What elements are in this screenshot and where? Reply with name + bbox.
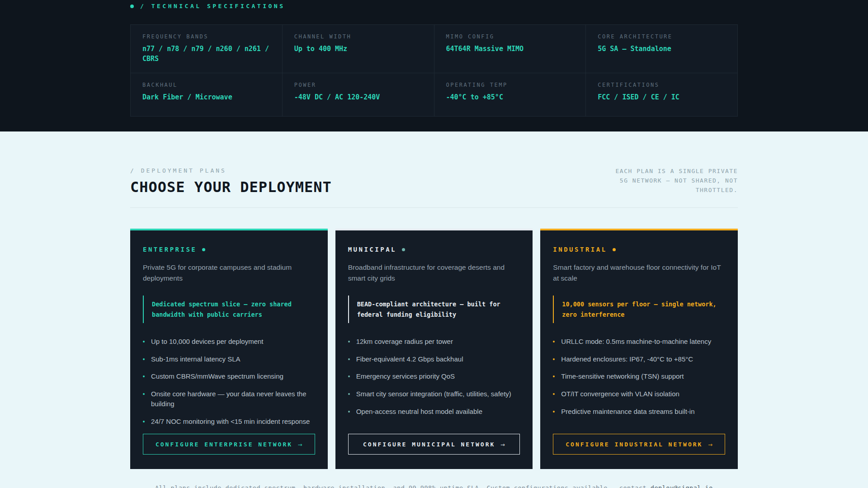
plans-eyebrow-label: / DEPLOYMENT PLANS xyxy=(130,167,332,174)
spec-cell-frequency-bands: FREQUENCY BANDS n77 / n78 / n79 / n260 /… xyxy=(131,25,283,73)
list-item: URLLC mode: 0.5ms machine-to-machine lat… xyxy=(553,337,725,347)
bullet-icon xyxy=(143,341,145,343)
list-item: Predictive maintenance data streams buil… xyxy=(553,407,725,417)
configure-municipal-network-button[interactable]: CONFIGURE MUNICIPAL NETWORK → xyxy=(348,434,520,455)
plan-description: Private 5G for corporate campuses and st… xyxy=(143,262,315,284)
list-item: Open-access neutral host model available xyxy=(348,407,520,417)
spec-label: OPERATING TEMP xyxy=(446,82,574,88)
spec-value: 5G SA — Standalone xyxy=(598,44,726,54)
spec-value: -40°C to +85°C xyxy=(446,93,574,103)
plan-highlight-text: 10,000 sensors per floor — single networ… xyxy=(562,299,725,319)
bullet-icon xyxy=(553,411,555,413)
spec-cell-channel-width: CHANNEL WIDTH Up to 400 MHz xyxy=(283,25,434,73)
footer-text: All plans include dedicated spectrum, ha… xyxy=(155,484,651,488)
list-item: Emergency services priority QoS xyxy=(348,371,520,381)
list-item: Sub-1ms internal latency SLA xyxy=(143,354,315,364)
arrow-right-icon: → xyxy=(298,440,302,449)
divider xyxy=(130,207,738,208)
page-title: CHOOSE YOUR DEPLOYMENT xyxy=(130,178,332,196)
spec-label: MIMO CONFIG xyxy=(446,33,574,40)
bullet-icon xyxy=(143,421,145,422)
spec-value: -48V DC / AC 120-240V xyxy=(294,93,422,103)
spec-cell-certifications: CERTIFICATIONS FCC / ISED / CE / IC xyxy=(586,73,738,117)
deployment-plans-section: / DEPLOYMENT PLANS CHOOSE YOUR DEPLOYMEN… xyxy=(0,131,868,488)
list-item: Time-sensitive networking (TSN) support xyxy=(553,371,725,381)
contact-email-link[interactable]: deploy@signal.io xyxy=(651,484,713,488)
plan-highlight-text: Dedicated spectrum slice — zero shared b… xyxy=(152,299,315,319)
list-item: Hardened enclosures: IP67, -40°C to +85°… xyxy=(553,354,725,364)
configure-enterprise-network-button[interactable]: CONFIGURE ENTERPRISE NETWORK → xyxy=(143,434,315,455)
specs-eyebrow: / TECHNICAL SPECIFICATIONS xyxy=(130,3,738,9)
plan-name: MUNICIPAL xyxy=(348,246,396,253)
technical-specifications-section: / TECHNICAL SPECIFICATIONS FREQUENCY BAN… xyxy=(0,0,868,131)
list-item: Onsite core hardware — your data never l… xyxy=(143,389,315,409)
plan-highlight-text: BEAD-compliant architecture — built for … xyxy=(357,299,520,319)
bullet-icon xyxy=(143,393,145,395)
plan-status-dot-icon xyxy=(402,248,405,251)
spec-cell-backhaul: BACKHAUL Dark Fiber / Microwave xyxy=(131,73,283,117)
spec-label: CORE ARCHITECTURE xyxy=(598,33,726,40)
spec-value: Up to 400 MHz xyxy=(294,44,422,54)
bullet-icon xyxy=(143,358,145,360)
plan-highlight: BEAD-compliant architecture — built for … xyxy=(348,296,520,323)
spec-value: n77 / n78 / n79 / n260 / n261 / CBRS xyxy=(142,44,270,64)
list-item: Custom CBRS/mmWave spectrum licensing xyxy=(143,371,315,381)
bullet-icon xyxy=(553,358,555,360)
list-item: Fiber-equivalent 4.2 Gbps backhaul xyxy=(348,354,520,364)
bullet-icon xyxy=(348,375,350,377)
plans-footer-note: All plans include dedicated spectrum, ha… xyxy=(130,484,738,488)
spec-value: Dark Fiber / Microwave xyxy=(142,93,270,103)
plan-status-dot-icon xyxy=(202,248,205,251)
bullet-icon xyxy=(143,375,145,377)
spec-label: BACKHAUL xyxy=(142,82,270,88)
configure-industrial-network-button[interactable]: CONFIGURE INDUSTRIAL NETWORK → xyxy=(553,434,725,455)
plan-card-municipal: MUNICIPAL Broadband infrastructure for c… xyxy=(335,229,533,469)
plan-highlight: Dedicated spectrum slice — zero shared b… xyxy=(143,296,315,323)
spec-cell-power: POWER -48V DC / AC 120-240V xyxy=(283,73,434,117)
plan-highlight: 10,000 sensors per floor — single networ… xyxy=(553,296,725,323)
bullet-icon xyxy=(348,358,350,360)
plan-name: ENTERPRISE xyxy=(143,246,197,253)
bullet-icon xyxy=(348,411,350,413)
spec-cell-mimo-config: MIMO CONFIG 64T64R Massive MIMO xyxy=(434,25,586,73)
plans-note: EACH PLAN IS A SINGLE PRIVATE 5G NETWORK… xyxy=(607,167,738,195)
status-dot-icon xyxy=(130,5,134,8)
spec-label: POWER xyxy=(294,82,422,88)
plan-status-dot-icon xyxy=(613,248,616,251)
plan-cards-row: ENTERPRISE Private 5G for corporate camp… xyxy=(130,229,738,469)
specs-eyebrow-label: / TECHNICAL SPECIFICATIONS xyxy=(140,3,285,9)
plan-description: Smart factory and warehouse floor connec… xyxy=(553,262,725,284)
plan-card-enterprise: ENTERPRISE Private 5G for corporate camp… xyxy=(130,229,328,469)
plan-feature-list: URLLC mode: 0.5ms machine-to-machine lat… xyxy=(553,337,725,424)
bullet-icon xyxy=(553,393,555,395)
plan-card-industrial: INDUSTRIAL Smart factory and warehouse f… xyxy=(540,229,738,469)
spec-grid: FREQUENCY BANDS n77 / n78 / n79 / n260 /… xyxy=(130,24,738,117)
bullet-icon xyxy=(348,341,350,343)
spec-label: FREQUENCY BANDS xyxy=(142,33,270,40)
list-item: 12km coverage radius per tower xyxy=(348,337,520,347)
plan-feature-list: Up to 10,000 devices per deployment Sub-… xyxy=(143,337,315,434)
spec-value: FCC / ISED / CE / IC xyxy=(598,93,726,103)
spec-value: 64T64R Massive MIMO xyxy=(446,44,574,54)
spec-label: CERTIFICATIONS xyxy=(598,82,726,88)
spec-cell-core-architecture: CORE ARCHITECTURE 5G SA — Standalone xyxy=(586,25,738,73)
bullet-icon xyxy=(553,341,555,343)
bullet-icon xyxy=(348,393,350,395)
plan-name: INDUSTRIAL xyxy=(553,246,607,253)
plan-description: Broadband infrastructure for coverage de… xyxy=(348,262,520,284)
plans-header: / DEPLOYMENT PLANS CHOOSE YOUR DEPLOYMEN… xyxy=(130,167,738,196)
spec-label: CHANNEL WIDTH xyxy=(294,33,422,40)
bullet-icon xyxy=(553,375,555,377)
list-item: Smart city sensor integration (traffic, … xyxy=(348,389,520,399)
list-item: OT/IT convergence with VLAN isolation xyxy=(553,389,725,399)
plan-feature-list: 12km coverage radius per tower Fiber-equ… xyxy=(348,337,520,424)
list-item: Up to 10,000 devices per deployment xyxy=(143,337,315,347)
arrow-right-icon: → xyxy=(708,440,712,449)
list-item: 24/7 NOC monitoring with <15 min inciden… xyxy=(143,417,315,427)
arrow-right-icon: → xyxy=(500,440,505,449)
spec-cell-operating-temp: OPERATING TEMP -40°C to +85°C xyxy=(434,73,586,117)
